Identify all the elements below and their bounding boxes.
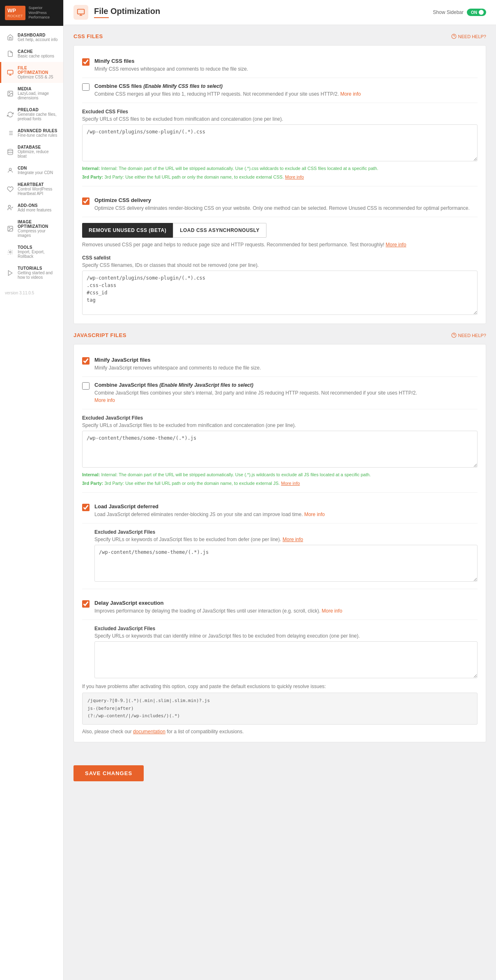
minify-css-desc: Minify CSS removes whitespace and commen…	[94, 65, 248, 73]
excluded-js-textarea[interactable]	[82, 431, 478, 468]
page-title: File Optimization	[94, 7, 160, 16]
minify-css-checkbox[interactable]	[82, 58, 90, 66]
sidebar-item-media[interactable]: MEDIA LazyLoad, image dimensions	[0, 83, 63, 104]
toggle-circle	[479, 10, 484, 15]
css-btn-info: Removes unused CSS per page and helps to…	[82, 242, 478, 248]
optimize-css-desc: Optimize CSS delivery eliminates render-…	[94, 204, 470, 212]
js-3rdparty-more-info[interactable]: More info	[281, 481, 300, 486]
excluded-css-textarea[interactable]	[82, 124, 478, 161]
delay-js-label: Delay JavaScript execution	[94, 600, 342, 606]
version-text: version 3.11.0.5	[0, 287, 63, 299]
page-title-underline	[94, 17, 109, 18]
combine-js-checkbox[interactable]	[82, 382, 90, 390]
sidebar-label-tutorials: TUTORIALS	[18, 266, 58, 271]
sidebar-item-cache[interactable]: CACHE Basic cache options	[0, 46, 63, 62]
save-bar: SAVE CHANGES	[64, 759, 496, 794]
minify-css-row: Minify CSS files Minify CSS removes whit…	[82, 53, 478, 78]
sidebar-sub-file-opt: Optimize CSS & JS	[18, 75, 58, 79]
sidebar-label-file-opt: FILE OPTIMIZATION	[18, 66, 58, 75]
sidebar-sub-addons: Add more features	[18, 208, 51, 212]
sidebar-item-dashboard[interactable]: DASHBOARD Get help, account info	[0, 29, 63, 46]
svg-rect-16	[78, 9, 85, 14]
delay-doc-link[interactable]: documentation	[133, 729, 165, 734]
sidebar-label-media: MEDIA	[18, 87, 58, 91]
combine-css-checkbox-wrap	[82, 83, 90, 91]
delay-js-more-info[interactable]: More info	[322, 608, 342, 614]
file-optimization-icon	[6, 69, 14, 77]
excluded-js-delay-desc: Specify URLs or keywords that can identi…	[94, 633, 478, 639]
css-3rdparty-more-info[interactable]: More info	[285, 174, 304, 179]
sidebar-item-preload[interactable]: PRELOAD Generate cache files, preload fo…	[0, 104, 63, 125]
combine-js-checkbox-wrap	[82, 382, 90, 390]
minify-js-label: Minify JavaScript files	[94, 357, 261, 363]
sidebar-label-advanced: ADVANCED RULES	[18, 129, 57, 133]
sidebar-item-heartbeat[interactable]: HEARTBEAT Control WordPress Heartbeat AP…	[0, 179, 63, 200]
css-need-help-label: NEED HELP?	[458, 34, 486, 39]
load-deferred-more-info[interactable]: More info	[304, 512, 325, 517]
css-need-help[interactable]: NEED HELP?	[451, 34, 486, 39]
advanced-rules-icon	[6, 129, 14, 137]
delay-js-checkbox[interactable]	[82, 600, 90, 608]
css-btn-more-info[interactable]: More info	[386, 242, 406, 248]
cache-icon	[6, 50, 14, 58]
sidebar-nav: DASHBOARD Get help, account info CACHE B…	[0, 26, 63, 287]
combine-js-desc: Combine JavaScript files combines your s…	[94, 389, 417, 404]
combine-css-more-info[interactable]: More info	[340, 91, 361, 97]
database-icon	[6, 148, 14, 156]
load-css-async-button[interactable]: LOAD CSS ASYNCHRONOUSLY	[173, 223, 266, 238]
sidebar-label-tools: TOOLS	[18, 245, 58, 250]
sidebar-item-image-opt[interactable]: IMAGE OPTIMIZATION Compress your images	[0, 216, 63, 241]
heartbeat-icon	[6, 185, 14, 193]
image-opt-icon	[6, 225, 14, 233]
minify-js-checkbox[interactable]	[82, 357, 90, 365]
excluded-css-desc: Specify URLs of CSS files to be excluded…	[82, 116, 478, 122]
save-changes-button[interactable]: SAVE CHANGES	[73, 765, 144, 781]
css-safelist-textarea[interactable]	[82, 271, 478, 315]
optimize-css-label: Optimize CSS delivery	[94, 197, 470, 203]
svg-rect-0	[7, 70, 13, 74]
delay-js-desc: Improves performance by delaying the loa…	[94, 607, 342, 615]
excluded-js-defer-textarea[interactable]	[94, 545, 478, 582]
load-deferred-checkbox[interactable]	[82, 504, 90, 511]
combine-js-more-info[interactable]: More info	[94, 397, 115, 403]
sidebar-sub-dashboard: Get help, account info	[18, 37, 57, 42]
svg-marker-15	[8, 271, 12, 275]
svg-point-2	[9, 92, 10, 93]
minify-css-checkbox-wrap	[82, 58, 90, 66]
combine-css-desc: Combine CSS merges all your files into 1…	[94, 90, 361, 98]
delay-warning: If you have problems after activating th…	[82, 684, 478, 689]
sidebar-item-tools[interactable]: TOOLS Import, Export, Rollback	[0, 241, 63, 262]
optimize-css-row: Optimize CSS delivery Optimize CSS deliv…	[82, 192, 478, 217]
optimize-css-checkbox-wrap	[82, 197, 90, 205]
optimize-css-checkbox[interactable]	[82, 197, 90, 205]
css-safelist-label: CSS safelist	[82, 255, 478, 261]
js-info-internal: Internal: Internal: The domain part of t…	[82, 471, 478, 478]
excluded-js-delay-textarea[interactable]	[94, 641, 478, 678]
sidebar-item-file-optimization[interactable]: FILE OPTIMIZATION Optimize CSS & JS	[0, 62, 63, 83]
sidebar-sub-preload: Generate cache files, preload fonts	[18, 112, 58, 121]
combine-js-row: Combine JavaScript files (Enable Minify …	[82, 377, 478, 409]
load-deferred-row: Load JavaScript deferred Load JavaScript…	[82, 498, 478, 523]
sidebar-item-advanced-rules[interactable]: ADVANCED RULES Fine-tune cache rules	[0, 125, 63, 141]
show-sidebar-area: Show Sidebar ON	[433, 9, 486, 16]
sidebar-item-database[interactable]: DATABASE Optimize, reduce bloat	[0, 141, 63, 162]
sidebar-item-cdn[interactable]: CDN Integrate your CDN	[0, 162, 63, 179]
combine-css-checkbox[interactable]	[82, 83, 90, 91]
excluded-js-defer-desc: Specify URLs or keywords of JavaScript f…	[94, 537, 478, 542]
js-need-help[interactable]: NEED HELP?	[451, 333, 486, 338]
excluded-js-defer-more-info[interactable]: More info	[282, 537, 303, 542]
remove-unused-css-button[interactable]: REMOVE UNUSED CSS (BETA)	[82, 223, 173, 238]
combine-css-label: Combine CSS files (Enable Minify CSS fil…	[94, 83, 361, 89]
sidebar-item-addons[interactable]: ADD-ONS Add more features	[0, 200, 63, 216]
sidebar-toggle[interactable]: ON	[467, 9, 486, 16]
excluded-css-label: Excluded CSS Files	[82, 109, 478, 115]
logo-area: WPROCKET Superior WordPress Performance	[0, 0, 63, 26]
page-title-area: File Optimization	[73, 5, 160, 20]
sidebar-item-tutorials[interactable]: TUTORIALS Getting started and how to vid…	[0, 262, 63, 283]
excluded-js-group: Excluded JavaScript Files Specify URLs o…	[82, 415, 478, 487]
delay-js-row: Delay JavaScript execution Improves perf…	[82, 595, 478, 620]
sidebar-label-image-opt: IMAGE OPTIMIZATION	[18, 220, 58, 229]
logo-box: WPROCKET	[5, 6, 25, 20]
svg-point-10	[9, 168, 11, 170]
sidebar-sub-media: LazyLoad, image dimensions	[18, 91, 58, 100]
